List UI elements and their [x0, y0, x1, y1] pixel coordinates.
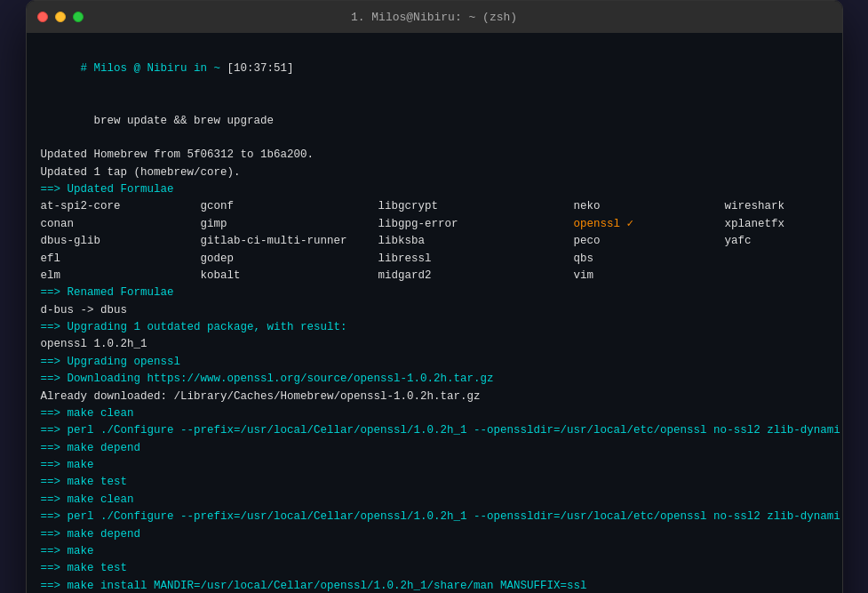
formula-cell: peco [574, 233, 725, 250]
formula-cell: gitlab-ci-multi-runner [201, 233, 378, 250]
arrow-header-downloading: ==> Downloading https://www.openssl.org/… [41, 371, 828, 388]
prompt-line: # Milos @ Nibiru in ~ [10:37:51] [41, 44, 828, 95]
formula-cell: kobalt [201, 268, 378, 284]
formula-cell: qbs [574, 251, 725, 268]
formula-cell: at-spi2-core [41, 198, 201, 215]
arrow-header-renamed: ==> Renamed Formulae [41, 284, 828, 301]
make-clean-2: ==> make clean [41, 492, 828, 509]
formula-cell: vim [574, 268, 725, 284]
formula-cell: gconf [201, 198, 378, 215]
prompt-user: # Milos @ Nibiru in ~ [81, 62, 227, 75]
window-title: 1. Milos@Nibiru: ~ (zsh) [351, 11, 517, 24]
renamed-line: d-bus -> dbus [41, 302, 828, 319]
perl-configure-2: ==> perl ./Configure --prefix=/usr/local… [41, 509, 828, 525]
make-2: ==> make [41, 543, 828, 560]
formula-cell: elm [41, 268, 201, 284]
make-test-1: ==> make test [41, 474, 828, 491]
terminal-window: 1. Milos@Nibiru: ~ (zsh) # Milos @ Nibir… [26, 0, 843, 593]
formula-cell [725, 251, 842, 268]
formula-cell: dbus-glib [41, 233, 201, 250]
openssl-version: openssl 1.0.2h_1 [41, 336, 828, 353]
formula-cell: wireshark [725, 198, 842, 215]
formula-cell: midgard2 [378, 268, 574, 284]
make-test-2: ==> make test [41, 560, 828, 577]
command-text: brew update && brew upgrade [81, 115, 275, 127]
arrow-header-upgrading: ==> Upgrading 1 outdated package, with r… [41, 319, 828, 336]
traffic-lights[interactable] [37, 12, 84, 22]
formula-cell [725, 268, 842, 284]
formula-cell: xplanetfx [725, 216, 842, 233]
formula-cell: libksba [378, 233, 574, 250]
command-line: brew update && brew upgrade [41, 95, 828, 147]
formula-cell: efl [41, 251, 201, 268]
make-clean-1: ==> make clean [41, 405, 828, 422]
output-line: Updated Homebrew from 5f06312 to 1b6a200… [41, 147, 828, 164]
titlebar: 1. Milos@Nibiru: ~ (zsh) [27, 1, 842, 33]
already-downloaded: Already downloaded: /Library/Caches/Home… [41, 389, 828, 405]
formula-cell-openssl: openssl ✓ [574, 216, 725, 233]
output-line: Updated 1 tap (homebrew/core). [41, 164, 828, 181]
formula-cell: yafc [725, 233, 842, 250]
make-1: ==> make [41, 457, 828, 474]
formulae-grid: at-spi2-core gconf libgcrypt neko wiresh… [41, 198, 828, 284]
formula-cell: libgcrypt [378, 198, 574, 215]
formula-cell: neko [574, 198, 725, 215]
formula-cell: libgpg-error [378, 216, 574, 233]
formula-cell: gimp [201, 216, 378, 233]
arrow-header-updated: ==> Updated Formulae [41, 181, 828, 198]
minimize-button[interactable] [55, 12, 66, 22]
make-depend-2: ==> make depend [41, 526, 828, 543]
make-install: ==> make install MANDIR=/usr/local/Cella… [41, 578, 828, 593]
prompt-time: [10:37:51] [227, 62, 294, 75]
perl-configure-1: ==> perl ./Configure --prefix=/usr/local… [41, 422, 828, 439]
maximize-button[interactable] [73, 12, 84, 22]
close-button[interactable] [37, 12, 48, 22]
arrow-header-upgrading-openssl: ==> Upgrading openssl [41, 354, 828, 371]
formula-cell: conan [41, 216, 201, 233]
terminal-body[interactable]: # Milos @ Nibiru in ~ [10:37:51] brew up… [27, 33, 842, 593]
formula-cell: libressl [378, 251, 574, 268]
formula-cell: godep [201, 251, 378, 268]
make-depend-1: ==> make depend [41, 440, 828, 457]
